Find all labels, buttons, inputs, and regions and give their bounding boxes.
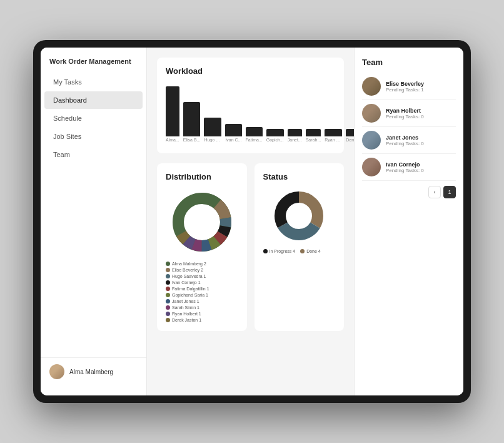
legend-janet: Janet Jones 1 — [166, 299, 199, 303]
bar-label: Alma... — [166, 138, 179, 142]
prev-page-button[interactable]: ‹ — [428, 186, 441, 198]
app-title: Work Order Management — [41, 58, 146, 73]
bar-label: Ivan C... — [225, 138, 241, 142]
legend-gopich: Gopichand Saria 1 — [166, 293, 208, 297]
team-member-ivan: Ivan Cornejo Pending Tasks: 0 — [362, 154, 456, 181]
distribution-donut — [166, 188, 238, 257]
bar — [166, 86, 179, 136]
avatar-ryan — [362, 104, 381, 123]
sidebar: Work Order Management My Tasks Dashboard… — [41, 48, 147, 395]
bar-column: Hugo S... — [204, 118, 221, 142]
bar-label: Elisa B... — [183, 138, 201, 142]
member-tasks-janet: Pending Tasks: 0 — [386, 141, 456, 146]
bar — [288, 129, 302, 136]
bar-column: Janet... — [288, 129, 302, 142]
legend-in-progress: In Progress 4 — [263, 249, 296, 253]
tablet-screen: Work Order Management My Tasks Dashboard… — [41, 48, 463, 395]
page-1-button[interactable]: 1 — [443, 186, 456, 198]
avatar-ivan — [362, 158, 381, 176]
workload-bar-chart: Alma...Elisa B...Hugo S...Ivan C...Fatim… — [166, 82, 335, 145]
team-member-ryan: Ryan Holbert Pending Tasks: 0 — [362, 100, 456, 127]
avatar-janet — [362, 131, 381, 150]
bar-label: Hugo S... — [204, 138, 221, 142]
bar-column: Derek... — [346, 129, 354, 142]
legend-hugo: Hugo Saavedra 1 — [166, 274, 206, 278]
bar — [306, 129, 321, 136]
legend-ivan: Ivan Cornejo 1 — [166, 280, 201, 285]
member-name-elise: Elise Beverley — [386, 81, 456, 87]
bar — [246, 127, 263, 136]
member-name-ryan: Ryan Holbert — [386, 108, 456, 114]
status-title: Status — [263, 172, 336, 181]
legend-derek: Derek Jaston 1 — [166, 318, 201, 322]
member-tasks-ryan: Pending Tasks: 0 — [386, 114, 456, 120]
bar — [183, 102, 201, 136]
distribution-title: Distribution — [166, 172, 238, 181]
distribution-legend: Alma Malmberg 2 Elise Beverley 2 Hugo Sa… — [166, 262, 238, 322]
bar-label: Gopich... — [266, 138, 284, 142]
sidebar-item-schedule[interactable]: Schedule — [44, 109, 143, 127]
workload-section: Workload Alma...Elisa B...Hugo S...Ivan … — [157, 58, 344, 153]
bar-column: Fatima... — [246, 127, 263, 142]
bar — [225, 124, 241, 136]
bar-label: Sarah... — [306, 138, 321, 142]
team-member-elise: Elise Beverley Pending Tasks: 1 — [362, 73, 456, 100]
legend-fatima: Fatima Dalgatillin 1 — [166, 287, 209, 291]
main-content: Workload Alma...Elisa B...Hugo S...Ivan … — [147, 48, 354, 395]
team-member-janet: Janet Jones Pending Tasks: 0 — [362, 127, 456, 154]
member-tasks-ivan: Pending Tasks: 0 — [386, 168, 456, 173]
status-legend: In Progress 4 Done 4 — [263, 249, 336, 253]
bar-column: Ryan H... — [325, 129, 342, 142]
username-label: Alma Malmberg — [69, 369, 113, 375]
bar — [266, 129, 284, 136]
bar — [346, 129, 354, 136]
bar-column: Ivan C... — [225, 124, 241, 142]
bar-column: Sarah... — [306, 129, 321, 142]
distribution-section: Distribution — [157, 163, 247, 331]
bar-label: Fatima... — [246, 138, 263, 142]
legend-elise: Elise Beverley 2 — [166, 268, 203, 272]
legend-done: Done 4 — [300, 249, 321, 253]
legend-ryan: Ryan Holbert 1 — [166, 312, 201, 316]
bottom-row: Distribution — [157, 163, 344, 331]
legend-alma: Alma Malmberg 2 — [166, 262, 206, 266]
current-user: Alma Malmberg — [41, 357, 146, 385]
bar-label: Ryan H... — [325, 138, 342, 142]
sidebar-item-my-tasks[interactable]: My Tasks — [44, 73, 143, 91]
legend-sarah: Sarah Simin 1 — [166, 305, 199, 310]
status-donut — [263, 188, 336, 244]
bar-label: Janet... — [288, 138, 302, 142]
avatar — [49, 364, 64, 379]
sidebar-item-dashboard[interactable]: Dashboard — [44, 91, 143, 109]
sidebar-item-team[interactable]: Team — [44, 146, 143, 163]
member-name-ivan: Ivan Cornejo — [386, 161, 456, 168]
bar — [204, 118, 221, 136]
bar-column: Alma... — [166, 86, 179, 142]
avatar-elise — [362, 77, 381, 96]
member-tasks-elise: Pending Tasks: 1 — [386, 87, 456, 93]
pagination: ‹ 1 — [362, 186, 456, 198]
bar-column: Elisa B... — [183, 102, 201, 142]
team-title: Team — [362, 58, 456, 67]
status-section: Status In Progress 4 — [255, 163, 345, 331]
bar — [325, 129, 342, 136]
svg-point-15 — [286, 203, 311, 228]
svg-point-11 — [186, 206, 218, 238]
bar-column: Gopich... — [266, 129, 284, 142]
tablet-frame: Work Order Management My Tasks Dashboard… — [33, 40, 471, 403]
sidebar-nav: My Tasks Dashboard Schedule Job Sites Te… — [41, 73, 146, 357]
member-name-janet: Janet Jones — [386, 135, 456, 141]
sidebar-item-job-sites[interactable]: Job Sites — [44, 128, 143, 145]
right-panel: Team Elise Beverley Pending Tasks: 1 Rya… — [354, 48, 463, 395]
bar-label: Derek... — [346, 138, 354, 142]
workload-title: Workload — [166, 66, 335, 76]
